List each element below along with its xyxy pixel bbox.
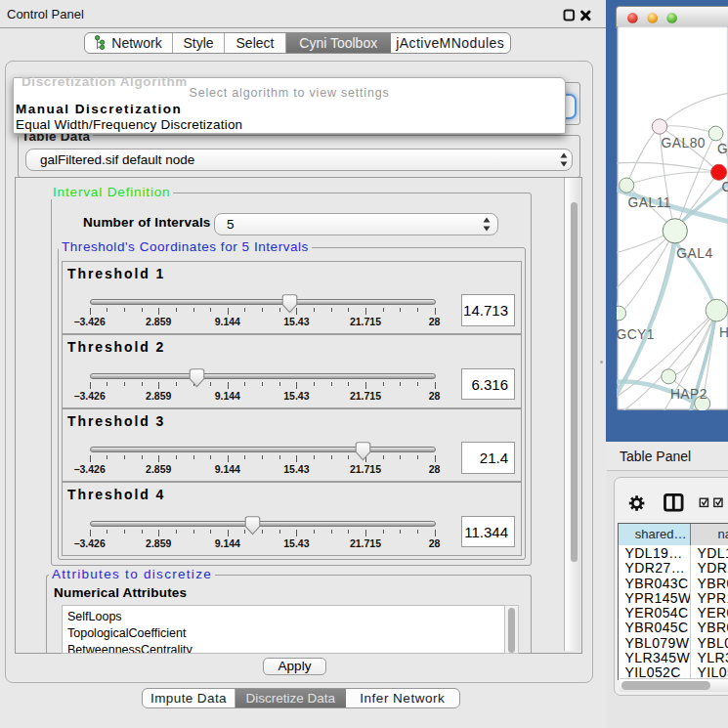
svg-text:CRP1: CRP1 (722, 180, 728, 194)
svg-text:GAL11: GAL11 (628, 195, 671, 210)
svg-text:GAL4: GAL4 (676, 246, 712, 261)
svg-text:HIS4: HIS4 (719, 325, 728, 340)
svg-text:GAL3: GAL3 (717, 142, 728, 156)
svg-text:HAP2: HAP2 (670, 387, 707, 402)
svg-text:GCY1: GCY1 (617, 327, 655, 342)
svg-text:GAL80: GAL80 (662, 136, 706, 150)
